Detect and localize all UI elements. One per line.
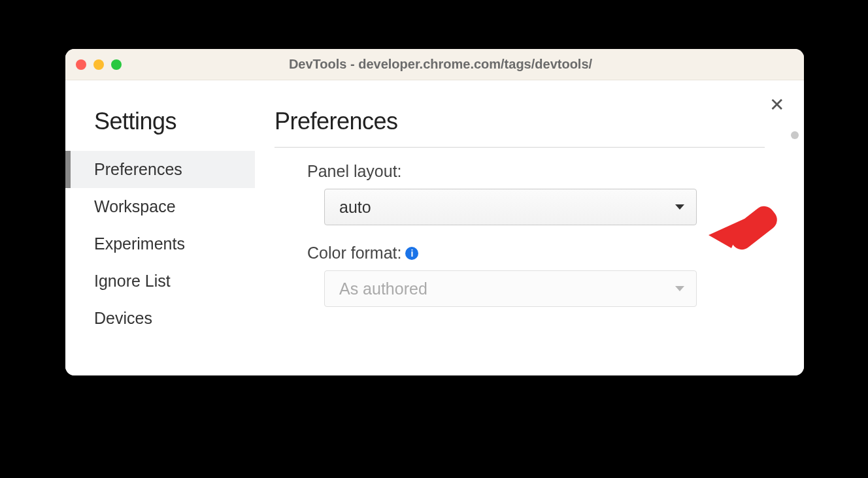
setting-panel-layout: Panel layout: auto (275, 162, 765, 225)
chevron-down-icon (675, 286, 684, 291)
select-value: As authored (339, 279, 427, 298)
sidebar-item-label: Ignore List (94, 272, 171, 290)
sidebar-title: Settings (65, 108, 255, 151)
sidebar-item-preferences[interactable]: Preferences (65, 151, 255, 188)
maximize-window-button[interactable] (111, 59, 122, 70)
sidebar-item-workspace[interactable]: Workspace (65, 188, 255, 225)
setting-color-format: Color format: i As authored (275, 244, 765, 307)
main-panel: Preferences Panel layout: auto Color for… (255, 80, 804, 375)
setting-label-color-format: Color format: i (275, 244, 765, 263)
sidebar-item-label: Devices (94, 309, 152, 327)
chevron-down-icon (675, 204, 684, 210)
sidebar-item-label: Workspace (94, 197, 176, 215)
sidebar-item-devices[interactable]: Devices (65, 300, 255, 337)
sidebar-nav: Preferences Workspace Experiments Ignore… (65, 151, 255, 337)
window-title: DevTools - developer.chrome.com/tags/dev… (133, 57, 793, 72)
page-title: Preferences (275, 108, 765, 135)
content-area: ✕ Settings Preferences Workspace Experim… (65, 80, 804, 375)
label-text: Color format: (307, 244, 401, 263)
close-window-button[interactable] (76, 59, 86, 70)
label-text: Panel layout: (307, 162, 402, 181)
devtools-window: DevTools - developer.chrome.com/tags/dev… (65, 49, 804, 375)
select-value: auto (339, 198, 371, 217)
sidebar-item-experiments[interactable]: Experiments (65, 225, 255, 263)
scrollbar-thumb[interactable] (791, 131, 799, 139)
divider (275, 147, 765, 148)
titlebar: DevTools - developer.chrome.com/tags/dev… (65, 49, 804, 80)
sidebar-item-ignore-list[interactable]: Ignore List (65, 263, 255, 300)
setting-label-panel-layout: Panel layout: (275, 162, 765, 181)
minimize-window-button[interactable] (93, 59, 104, 70)
traffic-lights (76, 59, 122, 70)
sidebar-item-label: Preferences (94, 160, 182, 178)
info-icon[interactable]: i (405, 247, 418, 260)
sidebar-item-label: Experiments (94, 234, 185, 253)
panel-layout-select[interactable]: auto (324, 189, 697, 225)
color-format-select: As authored (324, 270, 697, 307)
sidebar: Settings Preferences Workspace Experimen… (65, 80, 255, 375)
scrollbar[interactable] (791, 131, 800, 375)
